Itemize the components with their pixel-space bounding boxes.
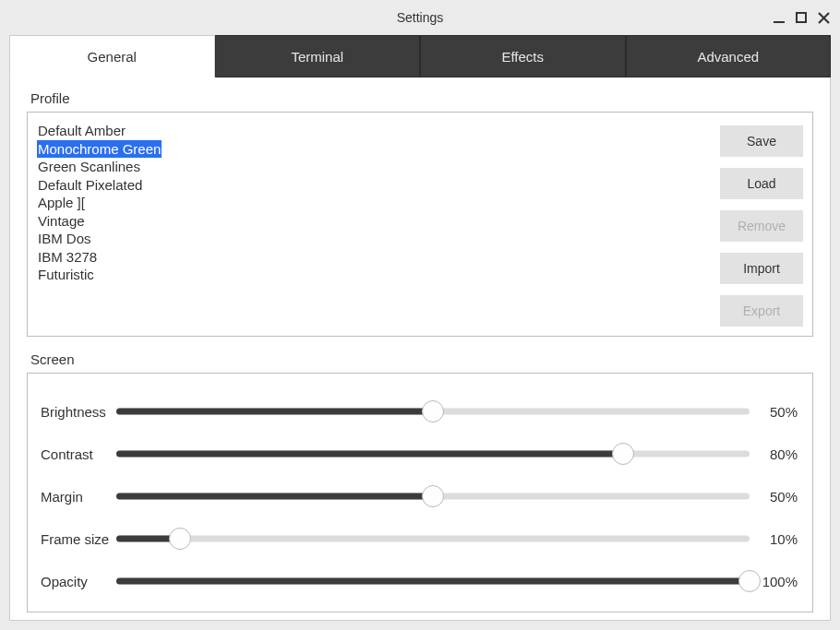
slider-row: Opacity100% [41,560,799,602]
slider-label: Brightness [41,404,116,420]
remove-button: Remove [720,210,803,242]
slider-label: Opacity [41,574,116,589]
tab-bar: GeneralTerminalEffectsAdvanced [9,35,831,77]
close-icon[interactable] [816,10,831,25]
import-button[interactable]: Import [720,253,803,284]
slider-value: 50% [750,489,799,505]
slider-value: 50% [750,404,799,420]
save-button[interactable]: Save [720,125,803,157]
profile-list[interactable]: Default AmberMonochrome GreenGreen Scanl… [37,118,711,327]
slider-track-fill [116,493,433,500]
profile-item[interactable]: Monochrome Green [37,140,162,159]
slider-row: Margin50% [41,475,799,517]
slider-value: 80% [750,446,799,462]
slider-thumb[interactable] [169,528,191,550]
svg-rect-1 [797,13,806,22]
minimize-icon[interactable] [772,10,786,25]
load-button[interactable]: Load [720,168,803,199]
profile-item[interactable]: Default Pixelated [37,176,143,195]
slider[interactable] [116,570,750,592]
profile-item[interactable]: IBM 3278 [37,248,98,267]
slider-label: Frame size [41,531,116,547]
slider-thumb[interactable] [612,443,634,465]
slider-track-fill [116,409,433,415]
slider-track-bg [116,536,750,542]
titlebar: Settings [0,0,840,35]
slider-track-fill [116,578,750,585]
slider-value: 10% [750,531,799,547]
profile-item[interactable]: Green Scanlines [37,158,141,176]
profile-buttons: Save Load Remove Import Export [720,118,803,327]
slider-row: Brightness50% [41,390,799,433]
slider[interactable] [116,443,750,465]
tab-terminal[interactable]: Terminal [215,35,421,77]
slider-thumb[interactable] [422,400,444,422]
slider-thumb[interactable] [738,570,761,592]
window-title: Settings [397,10,444,25]
screen-box: Brightness50%Contrast80%Margin50%Frame s… [27,373,813,612]
screen-section-label: Screen [27,351,813,367]
maximize-icon[interactable] [794,10,809,25]
profile-item[interactable]: Apple ][ [37,194,86,212]
export-button: Export [720,295,803,327]
profile-section-label: Profile [27,90,813,106]
slider-thumb[interactable] [422,485,444,507]
slider[interactable] [116,485,750,507]
tab-general[interactable]: General [9,35,215,77]
window-controls [772,0,831,35]
content-general: Profile Default AmberMonochrome GreenGre… [9,77,831,621]
slider-row: Contrast80% [41,433,799,475]
profile-item[interactable]: Default Amber [37,122,126,140]
profile-item[interactable]: Vintage [37,212,86,231]
profile-item[interactable]: IBM Dos [37,230,92,248]
slider-label: Contrast [41,446,116,462]
main-container: GeneralTerminalEffectsAdvanced Profile D… [9,35,831,621]
tab-advanced[interactable]: Advanced [626,35,832,77]
slider-label: Margin [41,489,116,505]
slider[interactable] [116,528,750,550]
slider[interactable] [116,400,750,422]
slider-row: Frame size10% [41,517,799,560]
profile-box: Default AmberMonochrome GreenGreen Scanl… [27,112,813,337]
tab-effects[interactable]: Effects [420,35,626,77]
slider-track-fill [116,451,623,458]
profile-item[interactable]: Futuristic [37,266,95,284]
